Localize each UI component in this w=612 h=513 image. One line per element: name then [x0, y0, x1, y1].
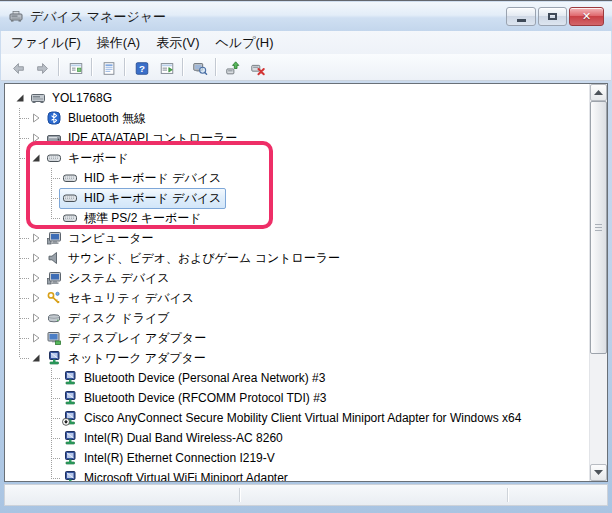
collapse-glyph[interactable] [29, 351, 43, 365]
keyboard-icon [62, 210, 78, 226]
expand-glyph[interactable] [29, 111, 43, 125]
scan-hardware-button[interactable] [187, 56, 212, 79]
title-bar[interactable]: デバイス マネージャー ✕ [0, 2, 612, 31]
collapse-glyph[interactable] [29, 151, 43, 165]
tree-item[interactable]: Intel(R) Ethernet Connection I219-V [5, 448, 589, 468]
expand-glyph[interactable] [29, 331, 43, 345]
uninstall-button[interactable] [245, 56, 270, 79]
tree-item-content[interactable]: Bluetooth Device (Personal Area Network)… [59, 368, 330, 388]
action-pane-button[interactable] [154, 56, 179, 79]
scrollbar-thumb[interactable] [590, 101, 607, 354]
tree-item[interactable]: Bluetooth 無線 [5, 108, 589, 128]
collapse-glyph[interactable] [13, 91, 27, 105]
tree-item-content[interactable]: ネットワーク アダプター [43, 348, 211, 369]
tree-item-label: HID キーボード デバイス [84, 190, 221, 207]
tree-item-content[interactable]: システム デバイス [43, 268, 175, 289]
menu-item-2[interactable]: 表示(V) [148, 31, 207, 55]
tree-item-label: Intel(R) Dual Band Wireless-AC 8260 [84, 431, 283, 445]
tree-item-content[interactable]: キーボード [43, 148, 134, 169]
tree-item-content[interactable]: ディスク ドライブ [43, 308, 175, 329]
menu-item-1[interactable]: 操作(A) [89, 31, 148, 55]
properties-icon [101, 59, 117, 75]
tree-item[interactable]: IDE ATA/ATAPI コントローラー [5, 128, 589, 148]
minimize-icon [517, 19, 526, 22]
expand-glyph[interactable] [29, 311, 43, 325]
device-manager-icon [8, 9, 24, 25]
close-button[interactable]: ✕ [569, 7, 604, 26]
tree-item-content[interactable]: IDE ATA/ATAPI コントローラー [43, 128, 242, 149]
back-button[interactable] [5, 56, 30, 79]
network-adapter-icon [62, 370, 78, 386]
tree-item[interactable]: HID キーボード デバイス [5, 168, 589, 188]
tree-connector [45, 211, 59, 225]
tree-item-content[interactable]: セキュリティ デバイス [43, 288, 199, 309]
tree-item[interactable]: コンピューター [5, 228, 589, 248]
close-icon: ✕ [582, 11, 591, 22]
tree-item-content[interactable]: Bluetooth 無線 [43, 108, 151, 129]
tree-connector [45, 411, 59, 425]
status-bar [4, 484, 608, 506]
tree-item-content[interactable]: YOL1768G [27, 88, 117, 108]
properties-button[interactable] [96, 56, 121, 79]
tree-connector [45, 171, 59, 185]
tree-item[interactable]: Bluetooth Device (Personal Area Network)… [5, 368, 589, 388]
expand-glyph[interactable] [29, 271, 43, 285]
tree-item-content[interactable]: ディスプレイ アダプター [43, 328, 211, 349]
maximize-button[interactable] [538, 7, 567, 26]
svg-text:?: ? [139, 63, 145, 74]
vertical-scrollbar[interactable] [589, 84, 607, 481]
tree-item[interactable]: システム デバイス [5, 268, 589, 288]
minimize-button[interactable] [506, 7, 536, 26]
tree-item[interactable]: サウンド、ビデオ、およびゲーム コントローラー [5, 248, 589, 268]
scroll-down-button[interactable] [590, 464, 607, 481]
tree-item-content[interactable]: 標準 PS/2 キーボード [59, 208, 207, 229]
tree-item[interactable]: キーボード [5, 148, 589, 168]
tree-item[interactable]: ディスプレイ アダプター [5, 328, 589, 348]
update-driver-button[interactable] [220, 56, 245, 79]
tree-item-selected[interactable]: HID キーボード デバイス [59, 188, 226, 209]
tree-item-label: Cisco AnyConnect Secure Mobility Client … [84, 411, 521, 425]
forward-icon [35, 59, 51, 75]
tree-item[interactable]: Microsoft Virtual WiFi Miniport Adapter [5, 468, 589, 481]
tree-item[interactable]: YOL1768G [5, 88, 589, 108]
network-adapter-disabled-icon [62, 410, 78, 426]
keyboard-icon [62, 170, 78, 186]
menu-item-0[interactable]: ファイル(F) [3, 31, 89, 55]
tree-item[interactable]: Intel(R) Dual Band Wireless-AC 8260 [5, 428, 589, 448]
expand-glyph[interactable] [29, 131, 43, 145]
expand-glyph[interactable] [29, 291, 43, 305]
system-icon [46, 230, 62, 246]
tree-item-content[interactable]: サウンド、ビデオ、およびゲーム コントローラー [43, 248, 345, 269]
tree-item-label: 標準 PS/2 キーボード [84, 210, 202, 227]
tree-item[interactable]: HID キーボード デバイス [5, 188, 589, 208]
tree-item[interactable]: Bluetooth Device (RFCOMM Protocol TDI) #… [5, 388, 589, 408]
toolbar: ? [1, 54, 611, 81]
tree-item[interactable]: セキュリティ デバイス [5, 288, 589, 308]
tree-item-content[interactable]: Intel(R) Ethernet Connection I219-V [59, 448, 280, 468]
help-button[interactable]: ? [129, 56, 154, 79]
toolbar-separator [215, 58, 217, 76]
tree-item-content[interactable]: コンピューター [43, 228, 158, 249]
expand-glyph[interactable] [29, 251, 43, 265]
expand-glyph[interactable] [29, 231, 43, 245]
tree-item[interactable]: ディスク ドライブ [5, 308, 589, 328]
tree-item-content[interactable]: Microsoft Virtual WiFi Miniport Adapter [59, 468, 293, 481]
maximize-icon [548, 13, 557, 20]
tree-item-content[interactable]: HID キーボード デバイス [59, 168, 226, 189]
tree-connector [45, 371, 59, 385]
tree-item[interactable]: 標準 PS/2 キーボード [5, 208, 589, 228]
menu-item-3[interactable]: ヘルプ(H) [208, 31, 282, 55]
console-tree-button[interactable] [63, 56, 88, 79]
tree-item-content[interactable]: Intel(R) Dual Band Wireless-AC 8260 [59, 428, 288, 448]
help-icon: ? [134, 59, 150, 75]
tree-item-label: HID キーボード デバイス [84, 170, 221, 187]
tree-item-content[interactable]: Bluetooth Device (RFCOMM Protocol TDI) #… [59, 388, 332, 408]
scan-hardware-icon [192, 59, 208, 75]
tree-item-content[interactable]: Cisco AnyConnect Secure Mobility Client … [59, 408, 526, 428]
tree-item[interactable]: ネットワーク アダプター [5, 348, 589, 368]
ide-controller-icon [46, 130, 62, 146]
scroll-up-button[interactable] [590, 84, 607, 101]
tree-item-label: Bluetooth 無線 [68, 110, 146, 127]
tree-item[interactable]: Cisco AnyConnect Secure Mobility Client … [5, 408, 589, 428]
forward-button[interactable] [30, 56, 55, 79]
